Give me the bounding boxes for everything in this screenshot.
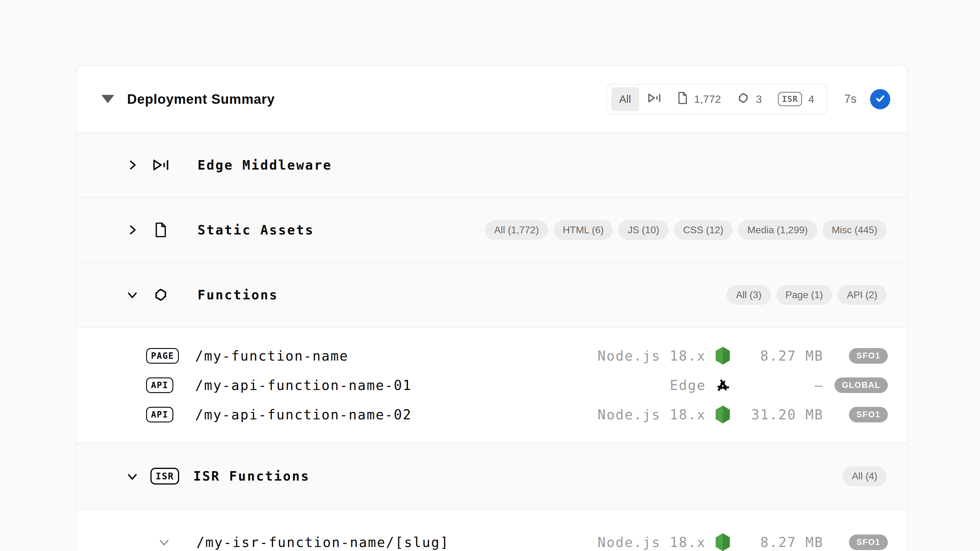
check-icon bbox=[874, 92, 886, 106]
functions-count: 3 bbox=[756, 93, 762, 105]
function-path: /my-function-name bbox=[195, 348, 348, 364]
function-path: /my-api-function-name-01 bbox=[195, 378, 412, 393]
filter-middleware-button[interactable] bbox=[639, 87, 669, 111]
chevron-right-icon[interactable] bbox=[125, 223, 139, 237]
filter-all-button[interactable]: All bbox=[611, 87, 639, 111]
filter-pill[interactable]: Page (1) bbox=[776, 285, 832, 305]
filter-pill[interactable]: All (4) bbox=[843, 466, 886, 486]
isr-detail-list: /my-isr-function-name/[slug] Node.js 18.… bbox=[76, 509, 907, 551]
isr-count: 4 bbox=[808, 93, 814, 105]
function-size: 31.20 MB bbox=[732, 407, 824, 422]
functions-detail-list: PAGE /my-function-name Node.js 18.x 8.27… bbox=[76, 327, 907, 443]
function-row[interactable]: API /my-api-function-name-01 Edge — GLOB… bbox=[146, 370, 888, 400]
node-hexagon-icon bbox=[714, 533, 732, 551]
function-path: /my-isr-function-name/[slug] bbox=[196, 535, 449, 550]
function-size: 8.27 MB bbox=[732, 535, 824, 550]
card-header: Deployment Summary All 1,772 bbox=[76, 66, 907, 132]
section-edge-middleware[interactable]: Edge Middleware bbox=[76, 132, 907, 197]
node-hexagon-icon bbox=[714, 405, 732, 424]
page-title: Deployment Summary bbox=[127, 92, 275, 107]
function-runtime: Edge bbox=[670, 378, 706, 393]
deployment-summary-card: Deployment Summary All 1,772 bbox=[76, 65, 908, 551]
edge-triangle-icon bbox=[714, 376, 732, 394]
filter-pill[interactable]: All (1,772) bbox=[485, 220, 548, 240]
isr-badge: ISR bbox=[150, 468, 179, 484]
filter-pill[interactable]: CSS (12) bbox=[674, 220, 733, 240]
chevron-down-icon[interactable] bbox=[157, 535, 171, 549]
function-runtime: Node.js 18.x bbox=[598, 535, 706, 550]
chevron-right-icon[interactable] bbox=[125, 158, 139, 172]
chevron-down-icon[interactable] bbox=[125, 469, 139, 483]
function-size: — bbox=[732, 378, 824, 393]
filter-pill[interactable]: HTML (6) bbox=[554, 220, 613, 240]
header-right: All 1,772 3 bbox=[606, 84, 890, 114]
section-isr-functions[interactable]: ISR ISR Functions All (4) bbox=[76, 443, 907, 509]
filter-pill[interactable]: Media (1,299) bbox=[738, 220, 817, 240]
play-pause-icon bbox=[647, 92, 661, 106]
region-badge: SFO1 bbox=[849, 535, 888, 550]
function-row[interactable]: PAGE /my-function-name Node.js 18.x 8.27… bbox=[146, 341, 888, 370]
assets-count: 1,772 bbox=[694, 93, 721, 105]
region-badge: GLOBAL bbox=[835, 378, 888, 393]
section-functions[interactable]: Functions All (3) Page (1) API (2) bbox=[76, 262, 907, 327]
isr-badge: ISR bbox=[778, 92, 802, 106]
filter-all-label: All bbox=[619, 93, 631, 105]
filter-isr-button[interactable]: ISR 4 bbox=[770, 87, 822, 111]
filter-pill[interactable]: All (3) bbox=[727, 285, 771, 305]
hexagon-s-icon bbox=[737, 91, 750, 108]
filter-functions-button[interactable]: 3 bbox=[729, 87, 770, 111]
file-icon bbox=[152, 222, 169, 238]
play-pause-icon bbox=[152, 158, 169, 172]
section-title: Functions bbox=[197, 287, 278, 302]
function-runtime: Node.js 18.x bbox=[598, 407, 706, 422]
filter-pill[interactable]: Misc (445) bbox=[822, 220, 886, 240]
section-title: Static Assets bbox=[197, 222, 314, 238]
isr-function-row[interactable]: /my-isr-function-name/[slug] Node.js 18.… bbox=[157, 527, 888, 551]
filter-pill[interactable]: API (2) bbox=[838, 285, 886, 305]
function-size: 8.27 MB bbox=[732, 348, 824, 364]
caret-down-icon[interactable] bbox=[101, 95, 114, 103]
status-check-button[interactable] bbox=[870, 89, 890, 109]
filter-pill[interactable]: JS (10) bbox=[618, 220, 668, 240]
file-icon bbox=[677, 92, 688, 107]
function-type-badge: PAGE bbox=[146, 348, 179, 364]
region-badge: SFO1 bbox=[849, 348, 888, 364]
static-assets-pills: All (1,772) HTML (6) JS (10) CSS (12) Me… bbox=[485, 220, 886, 240]
chevron-down-icon[interactable] bbox=[125, 288, 139, 302]
region-badge: SFO1 bbox=[849, 407, 888, 422]
section-title: ISR Functions bbox=[193, 468, 310, 484]
function-type-badge: API bbox=[146, 407, 173, 422]
build-duration: 7s bbox=[844, 92, 857, 106]
section-static-assets[interactable]: Static Assets All (1,772) HTML (6) JS (1… bbox=[76, 197, 907, 262]
section-title: Edge Middleware bbox=[197, 158, 332, 173]
function-runtime: Node.js 18.x bbox=[598, 348, 706, 364]
function-type-badge: API bbox=[146, 378, 173, 393]
summary-filter-bar: All 1,772 3 bbox=[606, 84, 827, 114]
node-hexagon-icon bbox=[714, 346, 732, 365]
isr-pills: All (4) bbox=[843, 466, 886, 486]
filter-assets-button[interactable]: 1,772 bbox=[669, 87, 729, 111]
functions-pills: All (3) Page (1) API (2) bbox=[727, 285, 886, 305]
function-path: /my-api-function-name-02 bbox=[195, 407, 412, 422]
hexagon-s-icon bbox=[152, 286, 169, 303]
function-row[interactable]: API /my-api-function-name-02 Node.js 18.… bbox=[146, 400, 888, 429]
